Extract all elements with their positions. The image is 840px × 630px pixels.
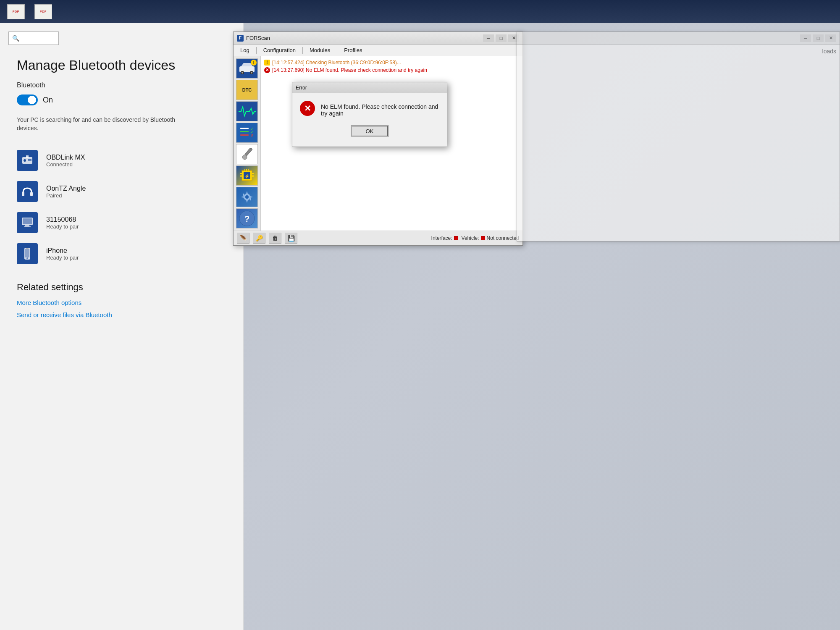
sidebar-pcm-button[interactable]: ⚡: [236, 165, 258, 186]
menu-profiles[interactable]: Profiles: [339, 46, 367, 55]
desktop: PDF PDF 🔍 Manage Bluetooth devices Bluet…: [0, 0, 840, 630]
toolbar-key-button[interactable]: 🔑: [253, 233, 265, 244]
device-status-31150068: Ready to pair: [46, 223, 79, 230]
menu-configuration[interactable]: Configuration: [259, 46, 300, 55]
device-icon-oontz: [17, 181, 38, 202]
dialog-content: ✕ No ELM found. Please check connection …: [292, 93, 447, 122]
minimize-button[interactable]: ─: [483, 34, 494, 42]
device-info-iphone: iPhone Ready to pair: [46, 247, 79, 261]
headphones-svg-icon: [21, 185, 34, 198]
right-panel-partial-text: loads: [822, 48, 836, 55]
menu-sep-1: [256, 47, 257, 54]
device-info-31150068: 31150068 Ready to pair: [46, 216, 79, 230]
page-title: Manage Bluetooth devices: [0, 49, 243, 79]
send-files-link[interactable]: Send or receive files via Bluetooth: [17, 311, 226, 318]
svg-rect-34: [240, 176, 242, 177]
bluetooth-toggle-row: On: [0, 91, 243, 114]
log-error-text: [14:13:27.690] No ELM found. Please chec…: [272, 67, 427, 73]
more-bluetooth-link[interactable]: More Bluetooth options: [17, 299, 226, 306]
right-panel-content: loads: [517, 45, 840, 58]
toolbar-feather-button[interactable]: 🪶: [237, 233, 249, 244]
sidebar-car-info-button[interactable]: !: [236, 58, 258, 79]
pdf-icon-1: PDF: [7, 4, 25, 19]
log-entry-warning: ! [14:12:57.424] Checking Bluetooth (36:…: [264, 60, 519, 66]
svg-rect-33: [240, 175, 242, 176]
gear-icon: [238, 188, 256, 206]
related-settings-section: Related settings More Bluetooth options …: [0, 269, 243, 330]
menu-modules[interactable]: Modules: [305, 46, 335, 55]
pdf-icon-2: PDF: [34, 4, 52, 19]
window-controls: ─ □ ✕: [483, 34, 519, 42]
dialog-footer: OK: [292, 122, 447, 140]
waveform-icon: [238, 104, 256, 118]
desktop-icon-pdf-1[interactable]: PDF: [4, 4, 27, 19]
svg-point-43: [245, 195, 249, 199]
sidebar-settings-button[interactable]: [236, 187, 258, 207]
device-item-oontz[interactable]: OonTZ Angle Paired: [0, 176, 243, 207]
error-circle-icon: ✕: [300, 101, 315, 116]
warning-icon: !: [264, 60, 270, 66]
not-connected-text: Not connected: [487, 235, 519, 241]
bluetooth-label: Bluetooth: [0, 79, 243, 91]
search-box[interactable]: 🔍: [8, 32, 59, 45]
checklist-icon: ✓ ✓ ✗: [238, 123, 256, 142]
svg-point-2: [24, 159, 26, 162]
toolbar-save-button[interactable]: 💾: [285, 233, 297, 244]
vehicle-dot: [481, 236, 485, 240]
bluetooth-toggle[interactable]: [17, 94, 38, 105]
svg-rect-32: [240, 173, 242, 174]
maximize-button[interactable]: □: [496, 34, 507, 42]
svg-rect-36: [252, 175, 254, 176]
forscan-titlebar: F FORScan ─ □ ✕: [234, 32, 522, 45]
menu-log[interactable]: Log: [236, 46, 254, 55]
menu-sep-3: [337, 47, 337, 54]
device-icon-obdlink: [17, 150, 38, 171]
svg-rect-23: [240, 128, 249, 129]
device-item-iphone[interactable]: iPhone Ready to pair: [0, 238, 243, 269]
svg-point-19: [242, 72, 243, 74]
dialog-title: Error: [296, 85, 307, 91]
svg-text:✗: ✗: [250, 133, 254, 138]
taskbar: PDF PDF: [0, 0, 840, 23]
device-name-iphone: iPhone: [46, 247, 79, 255]
svg-rect-12: [25, 249, 29, 257]
interface-label: Interface:: [431, 235, 452, 241]
toolbar-delete-button[interactable]: 🗑: [269, 233, 281, 244]
vehicle-status: Vehicle: Not connected: [462, 235, 519, 241]
svg-rect-4: [28, 160, 32, 161]
sidebar-wrench-button[interactable]: [236, 144, 258, 164]
settings-panel: 🔍 Manage Bluetooth devices Bluetooth On …: [0, 23, 244, 630]
device-item-31150068[interactable]: 31150068 Ready to pair: [0, 207, 243, 238]
obdlink-svg-icon: [21, 154, 34, 167]
right-background-panel: ─ □ ✕ loads: [517, 32, 840, 242]
svg-point-20: [251, 72, 252, 74]
device-info-oontz: OonTZ Angle Paired: [46, 185, 86, 199]
right-panel-close[interactable]: ✕: [825, 34, 836, 42]
dtc-label: DTC: [242, 87, 252, 92]
right-panel-maximize[interactable]: □: [813, 34, 824, 42]
svg-rect-8: [23, 218, 32, 224]
svg-rect-14: [26, 248, 29, 249]
svg-rect-5: [22, 192, 24, 196]
desktop-icon-pdf-2[interactable]: PDF: [32, 4, 55, 19]
right-panel-minimize[interactable]: ─: [800, 34, 811, 42]
ok-button[interactable]: OK: [351, 125, 388, 137]
forscan-app-icon: F: [237, 35, 244, 42]
related-settings-heading: Related settings: [17, 282, 226, 293]
forscan-toolbar: 🪶 🔑 🗑 💾 Interface: Vehicle: Not connecte…: [234, 231, 522, 245]
sidebar-oscilloscope-button[interactable]: [236, 101, 258, 121]
sidebar-help-button[interactable]: ?: [236, 208, 258, 228]
interface-status: Interface:: [431, 235, 458, 241]
sidebar-dtc-button[interactable]: DTC: [236, 80, 258, 100]
right-panel-titlebar: ─ □ ✕: [517, 32, 840, 45]
chip-icon: ⚡: [238, 166, 256, 185]
phone-svg-icon: [21, 247, 34, 260]
device-item-obdlink[interactable]: OBDLink MX Connected: [0, 145, 243, 176]
info-badge: !: [251, 60, 257, 66]
log-warning-text: [14:12:57.424] Checking Bluetooth (36:C9…: [272, 60, 401, 66]
sidebar-checklist-button[interactable]: ✓ ✓ ✗: [236, 123, 258, 143]
svg-rect-10: [24, 226, 31, 227]
error-icon: ✕: [264, 67, 270, 73]
search-icon: 🔍: [12, 35, 19, 42]
toggle-state-label: On: [43, 96, 53, 105]
